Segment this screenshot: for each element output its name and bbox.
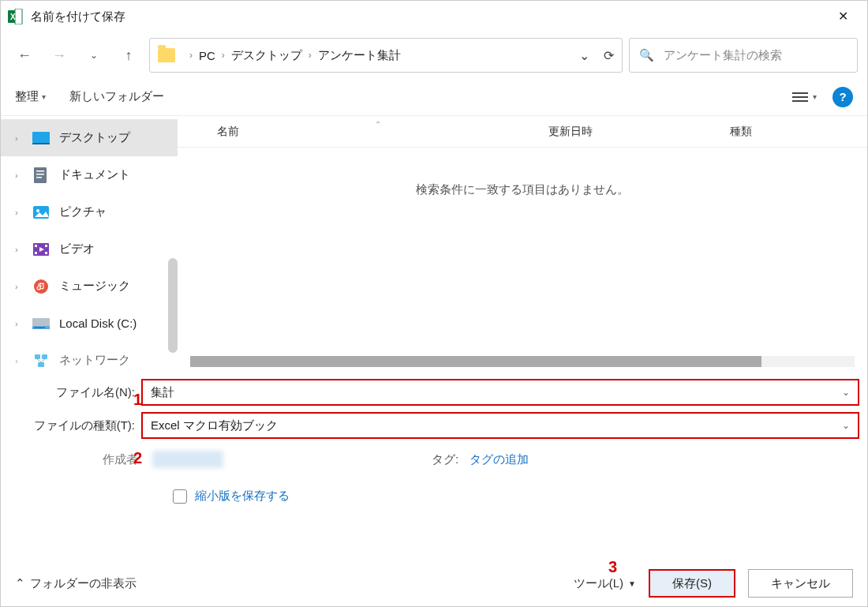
column-date[interactable]: 更新日時 bbox=[548, 125, 730, 139]
horizontal-scrollbar[interactable] bbox=[190, 356, 855, 367]
svg-point-10 bbox=[36, 209, 39, 212]
chevron-right-icon: › bbox=[15, 319, 23, 328]
search-icon: 🔍 bbox=[639, 48, 654, 62]
chevron-right-icon: › bbox=[222, 50, 225, 61]
hide-folders-button[interactable]: ⌃ フォルダーの非表示 bbox=[15, 576, 137, 591]
author-label: 作成者: bbox=[1, 452, 141, 467]
chevron-down-icon[interactable]: ⌄ bbox=[842, 387, 850, 398]
file-list: 名前 ⌃ 更新日時 種類 検索条件に一致する項目はありません。 bbox=[178, 116, 867, 372]
back-button[interactable]: ← bbox=[10, 41, 39, 69]
close-button[interactable]: ✕ bbox=[825, 1, 861, 32]
search-input[interactable]: 🔍 アンケート集計の検索 bbox=[629, 38, 858, 73]
sidebar-item-documents[interactable]: › ドキュメント bbox=[1, 156, 178, 193]
organize-menu[interactable]: 整理▾ bbox=[15, 89, 46, 104]
address-bar[interactable]: › PC › デスクトップ › アンケート集計 ⌄ ⟳ bbox=[149, 38, 623, 73]
sidebar-item-desktop[interactable]: › デスクトップ bbox=[1, 119, 178, 156]
sort-indicator-icon: ⌃ bbox=[375, 120, 381, 129]
svg-rect-13 bbox=[35, 252, 37, 254]
chevron-down-icon[interactable]: ⌄ bbox=[842, 420, 850, 431]
filetype-select[interactable]: Excel マクロ有効ブック ⌄ bbox=[141, 412, 859, 439]
filename-input[interactable]: 集計 ⌄ bbox=[141, 379, 859, 406]
sidebar-label: Local Disk (C:) bbox=[59, 317, 137, 330]
svg-rect-1 bbox=[15, 9, 22, 24]
window-title: 名前を付けて保存 bbox=[31, 9, 825, 24]
desktop-icon bbox=[32, 131, 50, 145]
svg-rect-22 bbox=[38, 362, 44, 367]
chevron-right-icon: › bbox=[15, 282, 23, 291]
excel-icon: X bbox=[7, 9, 23, 24]
new-folder-button[interactable]: 新しいフォルダー bbox=[69, 89, 164, 104]
chevron-right-icon: › bbox=[15, 133, 23, 143]
address-dropdown[interactable]: ⌄ bbox=[579, 48, 589, 63]
chevron-right-icon: › bbox=[189, 50, 193, 61]
breadcrumb-folder[interactable]: アンケート集計 bbox=[318, 48, 401, 63]
sidebar-item-videos[interactable]: › ビデオ bbox=[1, 230, 178, 268]
svg-rect-8 bbox=[36, 177, 42, 178]
sidebar-label: デスクトップ bbox=[59, 130, 130, 145]
empty-message: 検索条件に一致する項目はありません。 bbox=[178, 182, 867, 197]
svg-rect-20 bbox=[35, 354, 40, 359]
cancel-button[interactable]: キャンセル bbox=[748, 569, 853, 598]
save-thumbnail-checkbox[interactable] bbox=[173, 489, 187, 504]
save-button[interactable]: 保存(S) bbox=[649, 569, 735, 598]
sidebar-item-localdisk[interactable]: › Local Disk (C:) bbox=[1, 305, 178, 342]
help-button[interactable]: ? bbox=[832, 87, 853, 107]
bottom-bar: ⌃ フォルダーの非表示 ツール(L) ▼ 保存(S) キャンセル bbox=[1, 560, 867, 606]
svg-rect-3 bbox=[32, 132, 50, 143]
refresh-button[interactable]: ⟳ bbox=[604, 48, 614, 63]
breadcrumb-pc[interactable]: PC bbox=[199, 49, 215, 62]
svg-rect-6 bbox=[36, 170, 44, 172]
drive-icon bbox=[32, 317, 50, 331]
sidebar-item-music[interactable]: › ミュージック bbox=[1, 268, 178, 305]
forward-button[interactable]: → bbox=[45, 41, 73, 69]
svg-rect-15 bbox=[45, 252, 47, 254]
body: › デスクトップ › ドキュメント › ピクチャ › ビデオ › ミュージック … bbox=[1, 116, 867, 372]
svg-line-23 bbox=[37, 359, 41, 362]
chevron-right-icon: › bbox=[15, 170, 23, 180]
chevron-right-icon: › bbox=[309, 50, 312, 61]
save-thumbnail-label[interactable]: 縮小版を保存する bbox=[195, 489, 290, 504]
list-view-icon bbox=[792, 92, 808, 102]
column-type[interactable]: 種類 bbox=[730, 125, 752, 139]
music-icon bbox=[32, 279, 50, 294]
sidebar-scrollbar[interactable] bbox=[168, 258, 178, 353]
svg-rect-5 bbox=[34, 167, 47, 183]
document-icon bbox=[32, 168, 50, 182]
videos-icon bbox=[32, 242, 50, 257]
filetype-label: ファイルの種類(T): bbox=[1, 418, 141, 433]
nav-row: ← → ⌄ ↑ › PC › デスクトップ › アンケート集計 ⌄ ⟳ 🔍 アン… bbox=[1, 32, 867, 78]
breadcrumb-desktop[interactable]: デスクトップ bbox=[231, 48, 302, 63]
tools-menu[interactable]: ツール(L) ▼ bbox=[574, 576, 636, 591]
folder-icon bbox=[158, 48, 175, 62]
toolbar: 整理▾ 新しいフォルダー ▾ ? bbox=[1, 78, 867, 116]
sidebar-label: ミュージック bbox=[59, 279, 130, 294]
svg-rect-12 bbox=[35, 245, 37, 247]
recent-dropdown[interactable]: ⌄ bbox=[80, 41, 108, 69]
sidebar-label: ドキュメント bbox=[59, 167, 130, 182]
up-button[interactable]: ↑ bbox=[114, 41, 143, 69]
sidebar-item-network[interactable]: › ネットワーク bbox=[1, 342, 178, 379]
svg-rect-21 bbox=[42, 354, 47, 359]
pictures-icon bbox=[32, 205, 50, 219]
save-form: ファイル名(N): 集計 ⌄ ファイルの種類(T): Excel マクロ有効ブッ… bbox=[1, 372, 867, 504]
sidebar-label: ピクチャ bbox=[59, 204, 107, 219]
svg-point-16 bbox=[34, 279, 48, 294]
search-placeholder: アンケート集計の検索 bbox=[664, 48, 782, 63]
column-name[interactable]: 名前 ⌃ bbox=[217, 125, 548, 139]
svg-text:X: X bbox=[10, 13, 16, 21]
svg-rect-4 bbox=[32, 143, 50, 144]
chevron-right-icon: › bbox=[15, 245, 23, 254]
chevron-right-icon: › bbox=[15, 356, 23, 365]
svg-line-24 bbox=[41, 359, 45, 362]
add-tag-link[interactable]: タグの追加 bbox=[470, 452, 529, 467]
sidebar: › デスクトップ › ドキュメント › ピクチャ › ビデオ › ミュージック … bbox=[1, 116, 178, 372]
svg-rect-7 bbox=[36, 174, 44, 175]
chevron-right-icon: › bbox=[15, 208, 23, 217]
annotation-2: 2 bbox=[133, 449, 142, 467]
author-value[interactable] bbox=[152, 451, 223, 468]
sidebar-item-pictures[interactable]: › ピクチャ bbox=[1, 193, 178, 230]
tag-label: タグ: bbox=[432, 452, 458, 467]
title-bar: X 名前を付けて保存 ✕ bbox=[1, 1, 867, 32]
view-mode-button[interactable]: ▾ bbox=[792, 92, 817, 102]
filename-label: ファイル名(N): bbox=[1, 385, 141, 400]
